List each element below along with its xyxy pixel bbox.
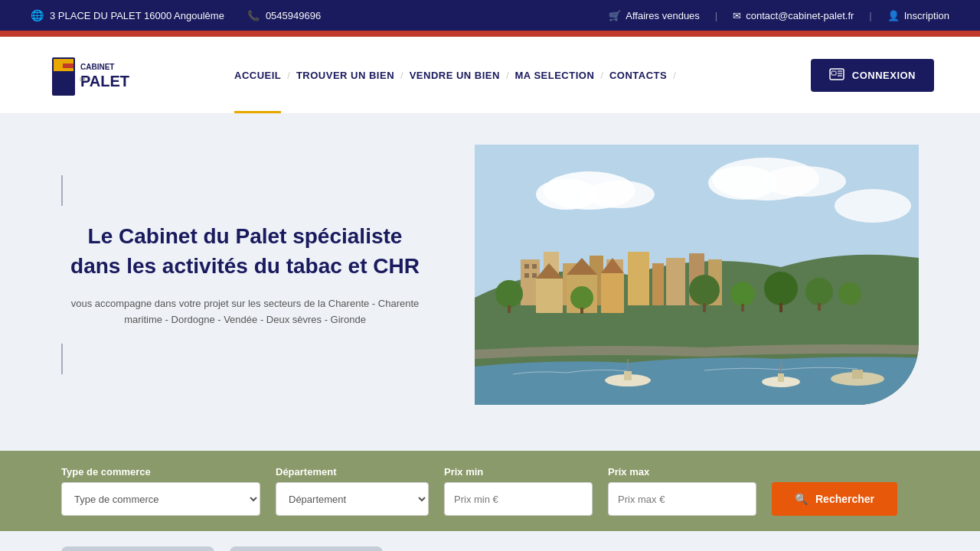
user-plus-icon: 👤 <box>887 10 900 21</box>
svg-point-20 <box>762 166 846 197</box>
svg-rect-33 <box>524 264 529 269</box>
svg-point-53 <box>805 278 833 305</box>
svg-rect-50 <box>741 304 744 311</box>
svg-rect-63 <box>852 370 863 379</box>
svg-text:── ──: ── ── <box>80 67 97 72</box>
commerce-select[interactable]: Type de commerce <box>61 482 260 516</box>
svg-rect-3 <box>63 64 74 68</box>
svg-point-47 <box>689 275 720 305</box>
svg-rect-2 <box>63 59 74 64</box>
nav-vendre[interactable]: VENDRE UN BIEN <box>397 37 512 113</box>
affaires-vendues-link[interactable]: 🛒 Affaires vendues <box>609 10 700 21</box>
nav-accueil[interactable]: ACCUEIL <box>222 37 293 113</box>
svg-rect-4 <box>54 68 74 71</box>
globe-icon: 🌐 <box>31 9 44 21</box>
svg-rect-60 <box>778 373 784 382</box>
nav-trouver[interactable]: TROUVER UN BIEN <box>284 37 407 113</box>
svg-rect-44 <box>508 305 511 313</box>
top-bar: 🌐 3 PLACE DU PALET 16000 Angoulême 📞 054… <box>0 0 980 31</box>
top-bar-right-links: 🛒 Affaires vendues | ✉ contact@cabinet-p… <box>609 10 949 21</box>
prix-min-input[interactable] <box>444 482 593 516</box>
address-text: 3 PLACE DU PALET 16000 Angoulême <box>50 10 224 21</box>
mail-icon: ✉ <box>733 10 741 21</box>
svg-rect-57 <box>624 371 632 380</box>
card-thumb-2 <box>230 546 383 551</box>
nav-selection[interactable]: MA SELECTION <box>503 37 607 113</box>
svg-point-45 <box>570 286 593 309</box>
svg-text:DU: DU <box>80 76 89 83</box>
svg-rect-9 <box>830 69 844 80</box>
svg-rect-54 <box>818 303 821 311</box>
top-bar-phone-block: 📞 0545949696 <box>247 10 321 21</box>
svg-rect-28 <box>652 263 664 305</box>
phone-text: 0545949696 <box>266 10 321 21</box>
svg-rect-35 <box>524 273 529 278</box>
svg-point-51 <box>764 272 798 305</box>
contact-link[interactable]: ✉ contact@cabinet-palet.fr <box>733 10 854 21</box>
svg-rect-48 <box>703 303 706 312</box>
nav-links: ACCUEIL / TROUVER UN BIEN / VENDRE UN BI… <box>222 37 811 113</box>
rechercher-button[interactable]: 🔍 Rechercher <box>772 482 897 516</box>
logo-area[interactable]: CABINET ── ── PALET DU <box>46 48 176 102</box>
search-icon: 🔍 <box>795 493 808 505</box>
svg-point-21 <box>835 189 911 223</box>
search-bar: Type de commerce Type de commerce Départ… <box>0 451 980 531</box>
svg-rect-37 <box>536 279 563 313</box>
card-thumb-1 <box>61 546 214 551</box>
hero-title: Le Cabinet du Palet spécialiste dans les… <box>61 221 429 281</box>
hero-description: vous accompagne dans votre projet sur le… <box>61 296 429 328</box>
departement-field: Département Département <box>276 466 429 516</box>
nav: CABINET ── ── PALET DU ACCUEIL / TROUVER… <box>0 37 980 113</box>
departement-select[interactable]: Département <box>276 482 429 516</box>
svg-point-55 <box>838 282 861 305</box>
accent-band <box>0 31 980 37</box>
phone-icon: 📞 <box>247 10 260 21</box>
prix-max-label: Prix max <box>608 466 756 478</box>
svg-rect-34 <box>532 264 537 269</box>
logo-svg: CABINET ── ── PALET DU <box>46 48 176 102</box>
svg-rect-10 <box>831 71 836 75</box>
hero-text-block: Le Cabinet du Palet spécialiste dans les… <box>61 175 429 374</box>
inscription-link[interactable]: 👤 Inscription <box>887 10 949 21</box>
prix-min-label: Prix min <box>444 466 593 478</box>
svg-point-17 <box>586 181 655 208</box>
hero-divider-top <box>61 175 63 206</box>
hero-image <box>475 145 919 405</box>
hero-section: Le Cabinet du Palet spécialiste dans les… <box>0 114 980 451</box>
connexion-button[interactable]: CONNEXION <box>811 59 934 92</box>
nav-contacts[interactable]: CONTACTS <box>597 37 679 113</box>
svg-rect-36 <box>532 273 537 278</box>
departement-label: Département <box>276 466 429 478</box>
separator-2: | <box>869 10 871 21</box>
connexion-icon <box>829 68 844 83</box>
svg-point-43 <box>495 280 523 308</box>
cart-icon: 🛒 <box>609 10 621 21</box>
prix-min-field: Prix min <box>444 466 593 516</box>
svg-rect-1 <box>54 59 63 68</box>
top-bar-address-block: 🌐 3 PLACE DU PALET 16000 Angoulême <box>31 9 224 21</box>
commerce-label: Type de commerce <box>61 466 260 478</box>
nav-wrapper: CABINET ── ── PALET DU ACCUEIL / TROUVER… <box>0 37 980 114</box>
svg-rect-29 <box>666 258 685 305</box>
hero-landscape-svg <box>475 145 919 405</box>
commerce-field: Type de commerce Type de commerce <box>61 466 260 516</box>
svg-rect-46 <box>580 308 583 314</box>
prix-max-field: Prix max <box>608 466 756 516</box>
svg-rect-41 <box>601 273 624 313</box>
svg-rect-27 <box>628 252 649 305</box>
svg-point-49 <box>730 282 755 306</box>
svg-rect-52 <box>779 303 782 312</box>
separator-1: | <box>715 10 717 21</box>
cards-hint <box>0 531 980 551</box>
prix-max-input[interactable] <box>608 482 756 516</box>
hero-divider-bottom <box>61 344 63 374</box>
